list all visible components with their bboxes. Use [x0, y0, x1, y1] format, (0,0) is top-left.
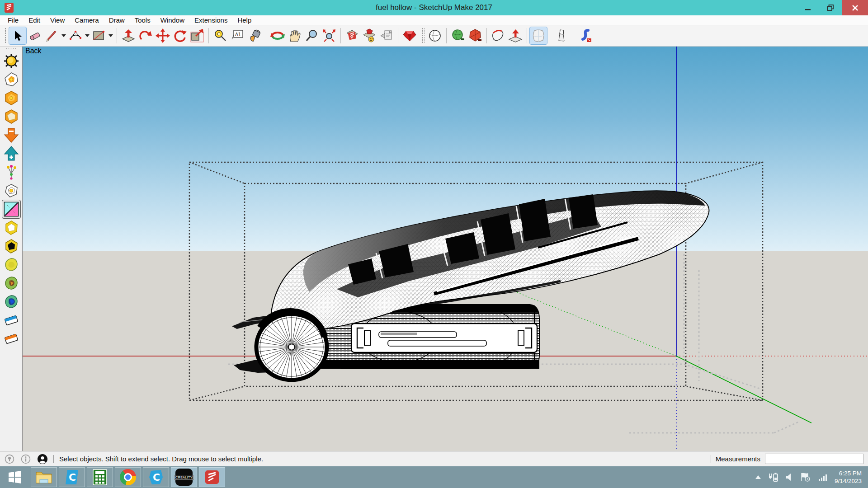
sphere-add-button[interactable]: [449, 27, 467, 44]
prism-column-button[interactable]: [553, 27, 570, 44]
account-icon[interactable]: [37, 454, 48, 465]
rectangle-tool-dropdown[interactable]: [108, 27, 114, 44]
eraser-orange-tool[interactable]: [2, 330, 20, 348]
move-tool-button[interactable]: [154, 27, 171, 44]
view-name-label: Back: [25, 47, 42, 55]
model-fuel-hollow: [232, 191, 709, 380]
vertex-wires-tool[interactable]: [2, 163, 20, 181]
tape-measure-tool-button[interactable]: [212, 27, 229, 44]
tray-expand-icon[interactable]: [755, 475, 761, 479]
hex-yellow-white-tool[interactable]: [2, 219, 20, 237]
follow-me-tool-button[interactable]: [137, 27, 154, 44]
toolbar-grip[interactable]: [5, 28, 7, 44]
speaker-icon[interactable]: [785, 473, 794, 482]
blob-green-orange-tool[interactable]: [2, 274, 20, 292]
palette-grip[interactable]: [5, 48, 17, 50]
diagonal-split-tool[interactable]: [2, 200, 20, 218]
taskbar-creality-cloud[interactable]: C: [143, 467, 169, 487]
3d-warehouse-button[interactable]: [344, 27, 361, 44]
soften-sphere-button[interactable]: [426, 27, 443, 44]
close-button[interactable]: [842, 0, 868, 15]
taskbar: C C CREALITY: [0, 466, 868, 488]
tray-date: 9/14/2023: [835, 477, 862, 485]
arc-tool-button[interactable]: [67, 27, 84, 44]
model-viewport[interactable]: Back: [23, 47, 868, 451]
zoom-tool-button[interactable]: [303, 27, 321, 44]
menu-help[interactable]: Help: [232, 16, 256, 24]
hex-yellow-black-tool[interactable]: [2, 237, 20, 255]
zoom-extents-tool-button[interactable]: [321, 27, 338, 44]
eraser-blue-tool[interactable]: [2, 311, 20, 329]
menu-edit[interactable]: Edit: [24, 16, 45, 24]
green-axis-solid: [676, 356, 811, 423]
taskbar-creality-slicer[interactable]: C: [59, 467, 85, 487]
pan-tool-button[interactable]: [286, 27, 303, 44]
taskbar-chrome[interactable]: [115, 467, 141, 487]
bezier-curve-button[interactable]: [576, 27, 593, 44]
scene-canvas: [23, 47, 868, 451]
statusbar: Select objects. Shift to extend select. …: [0, 451, 868, 466]
paint-bucket-tool-button[interactable]: [246, 27, 263, 44]
menu-extensions[interactable]: Extensions: [189, 16, 232, 24]
signal-bars-icon[interactable]: [818, 473, 828, 482]
arrow-down-minus-tool[interactable]: [2, 126, 20, 144]
taskbar-creality-print[interactable]: CREALITY: [171, 467, 197, 487]
tray-clock[interactable]: 6:25 PM 9/14/2023: [835, 469, 862, 485]
hex-orange-cream-tool[interactable]: [2, 108, 20, 126]
blob-yellow-tool[interactable]: [2, 256, 20, 274]
menu-tools[interactable]: Tools: [130, 16, 156, 24]
sun-gear-tool[interactable]: [2, 52, 20, 70]
orbit-tool-button[interactable]: [269, 27, 286, 44]
taskbar-calculator[interactable]: [87, 467, 113, 487]
taskbar-sketchup[interactable]: [199, 467, 225, 487]
taskbar-file-explorer[interactable]: [31, 467, 57, 487]
extrude-plate-button[interactable]: [507, 27, 524, 44]
minimize-button[interactable]: [797, 0, 819, 15]
toolbar-grip-2[interactable]: [422, 28, 425, 44]
poly-subtract-button[interactable]: [467, 27, 484, 44]
bevel-tool-button[interactable]: [490, 27, 507, 44]
creality-print-icon: CREALITY: [175, 469, 193, 486]
measurements-input[interactable]: [765, 454, 863, 464]
svg-text:C: C: [69, 472, 76, 483]
network-flag-icon[interactable]: [800, 472, 812, 482]
line-tool-dropdown[interactable]: [61, 27, 67, 44]
power-battery-icon[interactable]: [768, 472, 778, 482]
system-tray: 6:25 PM 9/14/2023: [755, 469, 868, 485]
wheel-fan: [256, 311, 327, 380]
windows-logo-icon: [8, 470, 22, 484]
menu-draw[interactable]: Draw: [104, 16, 130, 24]
menu-view[interactable]: View: [45, 16, 70, 24]
menu-window[interactable]: Window: [156, 16, 189, 24]
menu-file[interactable]: File: [3, 16, 24, 24]
eraser-tool-button[interactable]: [26, 27, 43, 44]
rectangle-tool-button[interactable]: [90, 27, 108, 44]
line-tool-button[interactable]: [43, 27, 61, 44]
creality-cloud-icon: C: [148, 469, 164, 485]
ruby-extension-button[interactable]: [401, 27, 418, 44]
shell-blob-tool[interactable]: [2, 70, 20, 89]
info-icon[interactable]: [21, 454, 31, 464]
svg-text:C: C: [153, 472, 160, 483]
select-tool-button[interactable]: [9, 27, 26, 44]
scale-tool-button[interactable]: [189, 27, 206, 44]
arc-tool-dropdown[interactable]: [84, 27, 90, 44]
sketchup-taskbar-icon: [204, 469, 220, 485]
rotate-tool-button[interactable]: [171, 27, 189, 44]
push-pull-tool-button[interactable]: [120, 27, 137, 44]
share-component-button[interactable]: [378, 27, 395, 44]
window-title: fuel hollow - SketchUp Make 2017: [0, 0, 868, 15]
left-tool-palette: [0, 47, 23, 451]
menu-camera[interactable]: Camera: [70, 16, 104, 24]
start-button[interactable]: [0, 466, 30, 488]
geolocation-icon[interactable]: [5, 454, 14, 464]
svg-text:A1: A1: [235, 32, 241, 37]
restore-button[interactable]: [819, 0, 842, 15]
blob-green-blue-tool[interactable]: [2, 293, 20, 311]
text-tool-button[interactable]: A1: [229, 27, 246, 44]
hex-orange-dot-tool[interactable]: [2, 89, 20, 107]
share-model-button[interactable]: [361, 27, 378, 44]
arrow-up-plus-tool[interactable]: [2, 145, 20, 163]
poly-white-dot-tool[interactable]: [2, 182, 20, 200]
subdivide-cube-button[interactable]: [530, 27, 547, 44]
